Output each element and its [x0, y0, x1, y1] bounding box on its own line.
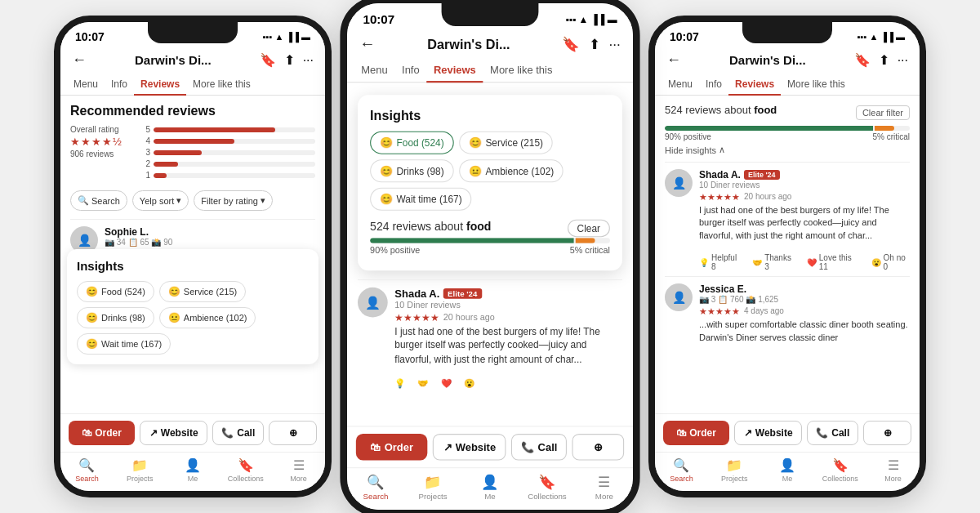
bookmark-icon-2[interactable]: 🔖: [562, 36, 580, 53]
reaction-row-2: 💡 🤝 ❤️ 😮: [358, 378, 622, 388]
tab-more-1[interactable]: More like this: [186, 72, 257, 95]
tab-more-2[interactable]: More like this: [483, 57, 559, 82]
nav-search-3[interactable]: 🔍 Search: [655, 456, 708, 484]
share-icon-2[interactable]: ⬆: [589, 36, 600, 53]
reviewer-name-jessica-3: Jessica E.: [699, 283, 910, 295]
call-button-1[interactable]: 📞 Call: [212, 421, 264, 445]
nav-icons-2: 🔖 ⬆ ···: [562, 36, 621, 53]
nav-projects-3[interactable]: 📁 Projects: [708, 456, 761, 484]
review-stars-jessica-3: ★★★★★ 4 days ago: [699, 306, 910, 317]
reaction-thanks-2[interactable]: 🤝: [417, 378, 428, 388]
nav-me-1[interactable]: 👤 Me: [167, 456, 220, 484]
bar-row-2: 2: [144, 159, 315, 168]
reaction-ohno-3[interactable]: 😮 Oh no 0: [871, 253, 910, 271]
website-button-2[interactable]: ↗ Website: [433, 434, 506, 460]
tab-menu-1[interactable]: Menu: [67, 72, 105, 95]
nav-search-2[interactable]: 🔍 Search: [347, 472, 404, 503]
share-icon-1[interactable]: ⬆: [284, 52, 295, 68]
nav-me-3[interactable]: 👤 Me: [761, 456, 814, 484]
tag-waittime-1[interactable]: 😊Wait time (167): [77, 333, 171, 355]
reviews-about-3: 524 reviews about food: [665, 104, 777, 116]
more-icon-1[interactable]: ···: [303, 53, 314, 68]
call-button-2[interactable]: 📞 Call: [511, 434, 567, 460]
nav-more-2[interactable]: ☰ More: [576, 472, 633, 503]
more-button-2[interactable]: ⊕: [572, 434, 624, 460]
progress-labels-3: 90% positive 5% critical: [665, 132, 910, 141]
tag-service-1[interactable]: 😊Service (215): [159, 281, 246, 302]
insights-modal-2: Insights 😊Food (524) 😊Service (215) 😊Dri…: [358, 95, 622, 270]
tab-reviews-3[interactable]: Reviews: [728, 72, 781, 95]
avatar-shada-2: 👤: [358, 288, 388, 318]
share-icon-3[interactable]: ⬆: [879, 52, 889, 68]
bookmark-icon-1[interactable]: 🔖: [260, 52, 276, 68]
phone-3: 10:07 ▪▪▪ ▲ ▐▐ ▬ ← Darwin's Di... 🔖 ⬆ ··…: [648, 16, 926, 497]
call-button-3[interactable]: 📞 Call: [807, 421, 858, 445]
order-button-1[interactable]: 🛍 Order: [69, 421, 135, 445]
bookmark-icon-3[interactable]: 🔖: [854, 52, 871, 68]
bar-label-3: 3: [144, 148, 150, 157]
tag-service-2[interactable]: 😊Service (215): [459, 132, 553, 154]
more-icon-3[interactable]: ···: [898, 53, 908, 68]
tag-ambience-2[interactable]: 😐Ambience (102): [459, 159, 564, 182]
nav-more-1[interactable]: ☰ More: [272, 456, 325, 484]
nav-collections-2[interactable]: 🔖 Collections: [519, 472, 576, 503]
website-button-3[interactable]: ↗ Website: [734, 421, 802, 445]
clear-button-2[interactable]: Clear: [568, 220, 610, 238]
reaction-row-3: 💡 Helpful 8 🤝 Thanks 3 ❤️ Love this 11 😮…: [665, 253, 910, 271]
website-button-1[interactable]: ↗ Website: [140, 421, 207, 445]
reaction-ohno-2[interactable]: 😮: [464, 378, 474, 388]
tab-menu-3[interactable]: Menu: [662, 72, 699, 95]
tab-more-3[interactable]: More like this: [781, 72, 852, 95]
tag-food-1[interactable]: 😊Food (524): [77, 281, 154, 302]
tab-info-3[interactable]: Info: [699, 72, 728, 95]
tag-drinks-1[interactable]: 😊Drinks (98): [77, 307, 154, 328]
review-meta-shada-3: Shada A. Elite '24 10 Diner reviews ★★★★…: [699, 169, 910, 242]
hide-insights-3[interactable]: Hide insights ∧: [665, 145, 910, 155]
order-button-2[interactable]: 🛍 Order: [356, 434, 428, 460]
nav-projects-2[interactable]: 📁 Projects: [404, 472, 461, 503]
tag-drinks-2[interactable]: 😊Drinks (98): [370, 159, 453, 182]
back-arrow-3[interactable]: ←: [666, 51, 681, 69]
tab-reviews-2[interactable]: Reviews: [426, 57, 483, 82]
tab-info-1[interactable]: Info: [105, 72, 134, 95]
nav-collections-3[interactable]: 🔖 Collections: [813, 456, 866, 484]
order-button-3[interactable]: 🛍 Order: [663, 421, 729, 445]
top-nav-2: ← Darwin's Di... 🔖 ⬆ ···: [347, 29, 633, 56]
reaction-love-2[interactable]: ❤️: [441, 378, 452, 388]
status-icons-2: ▪▪▪ ▲ ▐▐ ▬: [566, 14, 617, 25]
reaction-thanks-3[interactable]: 🤝 Thanks 3: [752, 253, 795, 271]
phone-2: 10:07 ▪▪▪ ▲ ▐▐ ▬ ← Darwin's Di... 🔖 ⬆ ··…: [340, 0, 639, 513]
nav-collections-1[interactable]: 🔖 Collections: [219, 456, 272, 484]
collections-nav-icon-2: 🔖: [538, 474, 556, 491]
nav-me-2[interactable]: 👤 Me: [461, 472, 519, 503]
nav-more-3[interactable]: ☰ More: [866, 456, 920, 484]
reaction-helpful-2[interactable]: 💡: [394, 378, 405, 388]
back-arrow-1[interactable]: ←: [72, 51, 87, 69]
bar-row-4: 4: [144, 136, 315, 145]
filter-rating-button[interactable]: Filter by rating ▾: [194, 190, 273, 211]
reviewer-sub-shada-3: 10 Diner reviews: [699, 181, 910, 190]
tag-food-2[interactable]: 😊Food (524): [370, 132, 453, 154]
review-item-jessica-3: 👤 Jessica E. 📷 3 📋 760 📸 1,625 ★★★★★ 4 d…: [665, 276, 910, 350]
sort-button-1[interactable]: Yelp sort ▾: [132, 190, 189, 211]
nav-search-1[interactable]: 🔍 Search: [60, 456, 114, 484]
clear-filter-button-3[interactable]: Clear filter: [856, 105, 910, 120]
search-button-1[interactable]: 🔍 Search: [70, 190, 127, 211]
tag-ambience-1[interactable]: 😐Ambience (102): [159, 307, 256, 328]
tab-reviews-1[interactable]: Reviews: [134, 72, 186, 95]
more-button-1[interactable]: ⊕: [269, 421, 317, 445]
nav-projects-1[interactable]: 📁 Projects: [114, 456, 167, 484]
more-button-3[interactable]: ⊕: [863, 421, 911, 445]
bottom-nav-2: 🔍 Search 📁 Projects 👤 Me 🔖 Collections ☰: [347, 467, 633, 510]
tab-info-2[interactable]: Info: [394, 57, 426, 82]
back-arrow-2[interactable]: ←: [359, 35, 375, 54]
tag-waittime-2[interactable]: 😊Wait time (167): [370, 188, 471, 211]
content-2: Insights 😊Food (524) 😊Service (215) 😊Dri…: [347, 83, 633, 426]
me-nav-icon-2: 👤: [481, 474, 499, 491]
tab-menu-2[interactable]: Menu: [354, 57, 395, 82]
reaction-love-3[interactable]: ❤️ Love this 11: [807, 253, 860, 271]
rating-section: Overall rating ★ ★ ★ ★ ½ 906 reviews 5: [70, 125, 315, 182]
more-icon-2[interactable]: ···: [608, 37, 620, 52]
time-2: 10:07: [363, 12, 394, 26]
reaction-helpful-3[interactable]: 💡 Helpful 8: [699, 253, 741, 271]
